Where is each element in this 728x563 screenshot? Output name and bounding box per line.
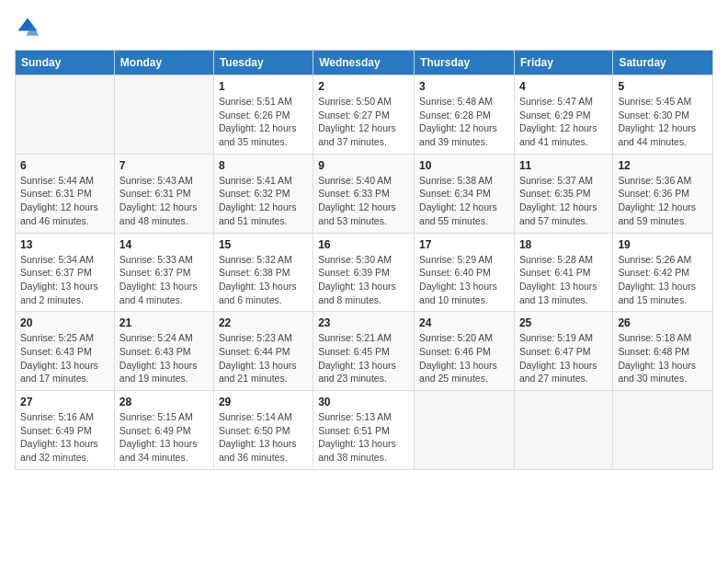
header-tuesday: Tuesday — [213, 51, 313, 75]
day-number: 22 — [219, 316, 308, 329]
calendar-cell: 4Sunrise: 5:47 AMSunset: 6:29 PMDaylight… — [514, 75, 612, 155]
day-info: Sunrise: 5:15 AMSunset: 6:49 PMDaylight:… — [119, 410, 209, 465]
day-number: 8 — [219, 159, 308, 172]
header-monday: Monday — [114, 51, 213, 75]
day-number: 15 — [219, 238, 308, 251]
calendar-cell: 2Sunrise: 5:50 AMSunset: 6:27 PMDaylight… — [313, 75, 415, 155]
day-info: Sunrise: 5:29 AMSunset: 6:40 PMDaylight:… — [419, 253, 509, 307]
day-number: 27 — [20, 396, 109, 408]
day-info: Sunrise: 5:14 AMSunset: 6:50 PMDaylight:… — [219, 410, 308, 465]
day-number: 6 — [20, 159, 109, 172]
calendar-cell: 22Sunrise: 5:23 AMSunset: 6:44 PMDayligh… — [213, 312, 313, 391]
header-sunday: Sunday — [16, 51, 115, 75]
header-saturday: Saturday — [613, 51, 713, 75]
day-info: Sunrise: 5:16 AMSunset: 6:49 PMDaylight:… — [20, 410, 109, 465]
day-info: Sunrise: 5:28 AMSunset: 6:41 PMDaylight:… — [519, 253, 608, 307]
day-info: Sunrise: 5:20 AMSunset: 6:46 PMDaylight:… — [419, 331, 509, 385]
day-number: 7 — [119, 159, 209, 172]
calendar-cell: 12Sunrise: 5:36 AMSunset: 6:36 PMDayligh… — [613, 154, 713, 233]
calendar-week-3: 13Sunrise: 5:34 AMSunset: 6:37 PMDayligh… — [16, 233, 713, 312]
logo — [15, 15, 44, 40]
logo-icon — [15, 15, 40, 40]
day-info: Sunrise: 5:44 AMSunset: 6:31 PMDaylight:… — [20, 174, 109, 228]
calendar-cell: 9Sunrise: 5:40 AMSunset: 6:33 PMDaylight… — [313, 154, 415, 233]
day-info: Sunrise: 5:38 AMSunset: 6:34 PMDaylight:… — [419, 174, 509, 228]
day-number: 30 — [318, 396, 409, 408]
calendar-cell: 20Sunrise: 5:25 AMSunset: 6:43 PMDayligh… — [16, 312, 115, 391]
day-number: 19 — [618, 238, 708, 251]
calendar-cell: 19Sunrise: 5:26 AMSunset: 6:42 PMDayligh… — [613, 233, 713, 312]
day-info: Sunrise: 5:13 AMSunset: 6:51 PMDaylight:… — [318, 410, 409, 465]
day-info: Sunrise: 5:18 AMSunset: 6:48 PMDaylight:… — [618, 331, 708, 385]
calendar-cell: 24Sunrise: 5:20 AMSunset: 6:46 PMDayligh… — [415, 312, 515, 391]
day-number: 21 — [119, 316, 209, 329]
day-info: Sunrise: 5:19 AMSunset: 6:47 PMDaylight:… — [519, 331, 608, 385]
day-number: 12 — [618, 159, 708, 172]
calendar-cell: 17Sunrise: 5:29 AMSunset: 6:40 PMDayligh… — [415, 233, 515, 312]
day-number: 1 — [219, 80, 308, 93]
day-info: Sunrise: 5:25 AMSunset: 6:43 PMDaylight:… — [20, 331, 109, 385]
header-thursday: Thursday — [415, 51, 515, 75]
calendar-cell: 16Sunrise: 5:30 AMSunset: 6:39 PMDayligh… — [313, 233, 415, 312]
day-info: Sunrise: 5:37 AMSunset: 6:35 PMDaylight:… — [519, 174, 608, 228]
day-number: 9 — [318, 159, 409, 172]
calendar-cell: 1Sunrise: 5:51 AMSunset: 6:26 PMDaylight… — [213, 75, 313, 155]
day-info: Sunrise: 5:24 AMSunset: 6:43 PMDaylight:… — [119, 331, 209, 385]
day-info: Sunrise: 5:45 AMSunset: 6:30 PMDaylight:… — [618, 95, 708, 149]
day-number: 2 — [318, 80, 409, 93]
day-number: 13 — [20, 238, 109, 251]
calendar-cell — [415, 391, 515, 470]
calendar-cell: 6Sunrise: 5:44 AMSunset: 6:31 PMDaylight… — [16, 154, 115, 233]
calendar-cell: 3Sunrise: 5:48 AMSunset: 6:28 PMDaylight… — [415, 75, 515, 155]
calendar-cell — [16, 75, 115, 155]
day-info: Sunrise: 5:40 AMSunset: 6:33 PMDaylight:… — [318, 174, 409, 228]
calendar-week-5: 27Sunrise: 5:16 AMSunset: 6:49 PMDayligh… — [16, 391, 713, 470]
day-number: 14 — [119, 238, 209, 251]
calendar-cell: 14Sunrise: 5:33 AMSunset: 6:37 PMDayligh… — [114, 233, 213, 312]
calendar-cell: 8Sunrise: 5:41 AMSunset: 6:32 PMDaylight… — [213, 154, 313, 233]
day-number: 18 — [519, 238, 608, 251]
day-number: 10 — [419, 159, 509, 172]
day-number: 16 — [318, 238, 409, 251]
day-number: 3 — [419, 80, 509, 93]
calendar-week-4: 20Sunrise: 5:25 AMSunset: 6:43 PMDayligh… — [16, 312, 713, 391]
day-number: 4 — [519, 80, 608, 93]
day-info: Sunrise: 5:43 AMSunset: 6:31 PMDaylight:… — [119, 174, 209, 228]
day-info: Sunrise: 5:30 AMSunset: 6:39 PMDaylight:… — [318, 253, 409, 307]
day-info: Sunrise: 5:51 AMSunset: 6:26 PMDaylight:… — [219, 95, 308, 149]
day-number: 29 — [219, 396, 308, 408]
calendar-table: SundayMondayTuesdayWednesdayThursdayFrid… — [15, 50, 713, 470]
day-number: 26 — [618, 316, 708, 329]
calendar-week-1: 1Sunrise: 5:51 AMSunset: 6:26 PMDaylight… — [16, 75, 713, 155]
calendar-cell: 29Sunrise: 5:14 AMSunset: 6:50 PMDayligh… — [213, 391, 313, 470]
day-info: Sunrise: 5:41 AMSunset: 6:32 PMDaylight:… — [219, 174, 308, 228]
calendar-cell: 10Sunrise: 5:38 AMSunset: 6:34 PMDayligh… — [415, 154, 515, 233]
calendar-header-row: SundayMondayTuesdayWednesdayThursdayFrid… — [16, 51, 713, 75]
header-wednesday: Wednesday — [313, 51, 415, 75]
calendar-cell: 26Sunrise: 5:18 AMSunset: 6:48 PMDayligh… — [613, 312, 713, 391]
calendar-week-2: 6Sunrise: 5:44 AMSunset: 6:31 PMDaylight… — [16, 154, 713, 233]
day-info: Sunrise: 5:33 AMSunset: 6:37 PMDaylight:… — [119, 253, 209, 307]
day-info: Sunrise: 5:36 AMSunset: 6:36 PMDaylight:… — [618, 174, 708, 228]
calendar-cell: 7Sunrise: 5:43 AMSunset: 6:31 PMDaylight… — [114, 154, 213, 233]
day-info: Sunrise: 5:34 AMSunset: 6:37 PMDaylight:… — [20, 253, 109, 307]
calendar-cell: 30Sunrise: 5:13 AMSunset: 6:51 PMDayligh… — [313, 391, 415, 470]
day-info: Sunrise: 5:21 AMSunset: 6:45 PMDaylight:… — [318, 331, 409, 385]
calendar-cell: 21Sunrise: 5:24 AMSunset: 6:43 PMDayligh… — [114, 312, 213, 391]
header-friday: Friday — [514, 51, 612, 75]
day-info: Sunrise: 5:47 AMSunset: 6:29 PMDaylight:… — [519, 95, 608, 149]
day-number: 17 — [419, 238, 509, 251]
day-info: Sunrise: 5:50 AMSunset: 6:27 PMDaylight:… — [318, 95, 409, 149]
page-header — [15, 15, 713, 40]
calendar-cell: 18Sunrise: 5:28 AMSunset: 6:41 PMDayligh… — [514, 233, 612, 312]
day-number: 25 — [519, 316, 608, 329]
calendar-cell — [514, 391, 612, 470]
day-number: 5 — [618, 80, 708, 93]
day-info: Sunrise: 5:48 AMSunset: 6:28 PMDaylight:… — [419, 95, 509, 149]
calendar-cell — [613, 391, 713, 470]
calendar-cell: 11Sunrise: 5:37 AMSunset: 6:35 PMDayligh… — [514, 154, 612, 233]
day-number: 28 — [119, 396, 209, 408]
day-info: Sunrise: 5:32 AMSunset: 6:38 PMDaylight:… — [219, 253, 308, 307]
calendar-cell: 25Sunrise: 5:19 AMSunset: 6:47 PMDayligh… — [514, 312, 612, 391]
day-number: 11 — [519, 159, 608, 172]
